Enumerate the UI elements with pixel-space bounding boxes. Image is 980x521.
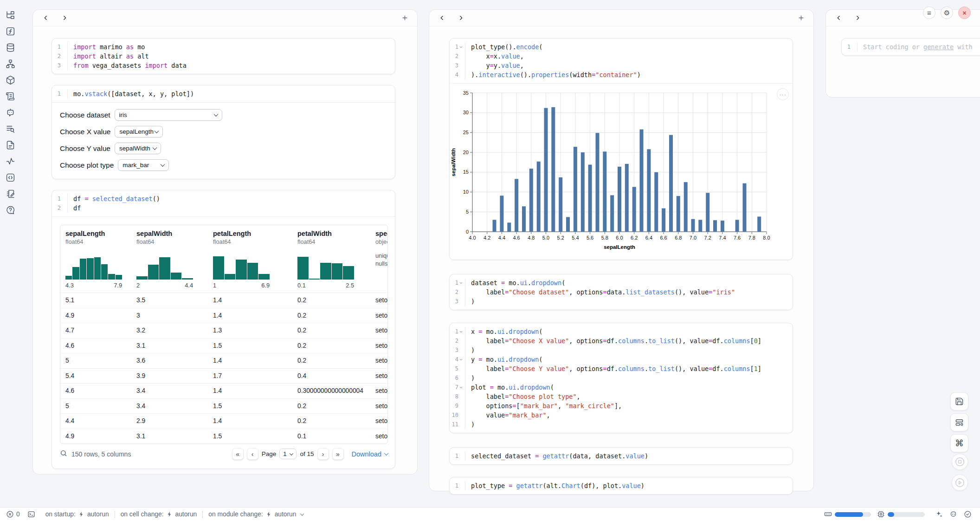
code-editor[interactable]: 1plot_type = getattr(alt.Chart(df), plot… [450,477,793,494]
code-line[interactable]: 2 label="Choose X value", options=df.col… [450,336,793,345]
cell-selected-dataset[interactable]: 1selected_dataset = getattr(data, datase… [449,447,793,465]
output-actions-button[interactable]: ··· [777,88,789,100]
dropdown-select[interactable]: iris [115,109,222,121]
layout-button[interactable] [950,413,968,431]
cell-empty[interactable]: 1 Start coding or generate with [841,38,980,56]
column-histogram[interactable] [213,252,270,280]
code-line[interactable]: 1mo.vstack([dataset, x, y, plot]) [52,89,395,98]
table-row[interactable]: 4.42.91.40.2setosa [60,413,387,429]
altair-chart[interactable]: 4.04.24.44.64.85.05.25.45.65.86.06.26.46… [450,85,793,260]
on-cell-change-setting[interactable]: on cell change: autorun [121,511,197,518]
code-line[interactable]: 1plot_type().encode( [450,42,793,52]
next-page-button[interactable]: › [317,448,329,460]
table-row[interactable]: 53.61.40.2setosa [60,353,387,368]
column-histogram[interactable] [297,252,354,280]
code-line[interactable]: 5 label="Choose Y value", options=df.col… [450,364,793,373]
code-line[interactable]: 1selected_dataset = getattr(data, datase… [450,451,793,461]
code-line[interactable]: 2df [52,203,395,213]
column-next-button[interactable] [59,13,70,23]
code-line[interactable]: 3) [450,345,793,355]
run-button[interactable] [952,475,968,491]
code-line[interactable]: 6) [450,373,793,383]
column-histogram[interactable] [65,252,122,280]
outline-icon[interactable] [5,124,15,134]
column-header[interactable]: sepalLength [65,230,131,237]
first-page-button[interactable]: « [232,448,244,460]
cell-vstack[interactable]: 1mo.vstack([dataset, x, y, plot]) Choose… [52,85,395,179]
dropdown-select[interactable]: mark_bar [118,159,169,171]
column-header[interactable]: species [375,230,387,237]
column-header[interactable]: petalWidth [297,230,370,237]
column-header[interactable]: petalLength [213,230,292,237]
file-tree-icon[interactable] [5,10,15,20]
add-cell-button[interactable] [400,13,410,23]
code-line[interactable]: 1import marimo as mo [52,42,395,52]
prev-page-button[interactable]: ‹ [247,448,258,460]
copilot-icon[interactable] [949,510,957,518]
fold-chevron-icon[interactable] [458,329,463,334]
table-row[interactable]: 4.73.21.30.2setosa [60,323,387,338]
on-module-change-setting[interactable]: on module change: autorun [208,511,303,518]
code-line[interactable]: 1df = selected_dataset() [52,194,395,203]
last-page-button[interactable]: » [332,448,344,460]
table-row[interactable]: 4.93.11.50.1setosa [60,429,387,444]
dropdown-select[interactable]: sepalWidth [115,143,161,154]
snippets-icon[interactable] [5,172,15,182]
code-line[interactable]: 3from vega_datasets import data [52,61,395,70]
table-row[interactable]: 4.63.11.50.2setosa [60,338,387,353]
ai-sparkles-icon[interactable] [935,510,943,518]
column-next-button[interactable] [456,13,466,23]
functions-icon[interactable] [5,26,15,36]
cell-xy-plot-dropdowns[interactable]: 1x = mo.ui.dropdown(2 label="Choose X va… [449,323,793,433]
code-editor[interactable]: 1import marimo as mo2import altair as al… [52,39,395,74]
code-line[interactable]: 3 y=y.value, [450,61,793,70]
code-line[interactable]: 9 options=["mark_bar", "mark_circle"], [450,401,793,410]
code-line[interactable]: 1plot_type = getattr(alt.Chart(df), plot… [450,481,793,490]
search-icon[interactable] [60,449,67,459]
column-prev-button[interactable] [40,13,51,23]
code-line[interactable]: 3) [450,297,793,306]
dependency-graph-icon[interactable] [5,59,15,69]
table-row[interactable]: 5.13.51.40.2setosa [60,293,387,308]
code-line[interactable]: 4).interactive().properties(width="conta… [450,70,793,79]
logs-icon[interactable] [5,91,15,101]
table-row[interactable]: 4.931.40.2setosa [60,308,387,323]
code-editor[interactable]: 1selected_dataset = getattr(data, datase… [450,448,793,464]
menu-icon[interactable]: ≡ [923,7,935,19]
on-startup-setting[interactable]: on startup: autorun [45,511,109,518]
code-line[interactable]: 2 label="Choose dataset", options=data.l… [450,287,793,297]
stop-button[interactable] [952,454,968,470]
code-line[interactable]: 2import altair as alt [52,52,395,61]
dropdown-select[interactable]: sepalLength [115,126,163,137]
fold-chevron-icon[interactable] [458,280,463,285]
code-line[interactable]: 8 label="Choose plot type", [450,392,793,401]
cell-imports[interactable]: 1import marimo as mo2import altair as al… [52,38,395,74]
code-line[interactable]: 2 x=x.value, [450,52,793,61]
code-line[interactable]: 11) [450,420,793,429]
connection-status-icon[interactable] [964,510,972,518]
code-editor[interactable]: 1plot_type().encode(2 x=x.value,3 y=y.va… [450,39,793,83]
packages-icon[interactable] [5,75,15,85]
save-button[interactable] [950,392,968,410]
table-row[interactable]: 53.41.50.2setosa [60,398,387,414]
code-editor[interactable]: 1x = mo.ui.dropdown(2 label="Choose X va… [450,323,793,433]
datasources-icon[interactable] [5,42,15,52]
close-icon[interactable]: × [958,7,971,19]
ai-chat-icon[interactable] [5,107,15,117]
keyboard-shortcuts-button[interactable]: ⌘ [950,434,968,452]
add-cell-button[interactable] [796,13,806,23]
code-placeholder[interactable]: Start coding or generate with [858,42,973,52]
code-editor[interactable]: 1df = selected_dataset()2df [52,190,395,216]
code-line[interactable]: 4y = mo.ui.dropdown( [450,355,793,364]
cell-plot[interactable]: 1plot_type().encode(2 x=x.value,3 y=y.va… [449,38,793,260]
help-icon[interactable] [5,205,15,215]
table-row[interactable]: 4.63.41.40.30000000000000004setosa [60,383,387,398]
fold-chevron-icon[interactable] [458,45,463,49]
generate-with-ai-link[interactable]: generate [923,43,954,51]
scratchpad-icon[interactable] [5,189,15,199]
terminal-icon[interactable] [27,510,35,518]
page-select[interactable]: 1 [279,449,297,459]
cell-plot-type[interactable]: 1plot_type = getattr(alt.Chart(df), plot… [449,477,793,495]
code-line[interactable]: 1x = mo.ui.dropdown( [450,327,793,336]
code-line[interactable]: 7plot = mo.ui.dropdown( [450,383,793,392]
